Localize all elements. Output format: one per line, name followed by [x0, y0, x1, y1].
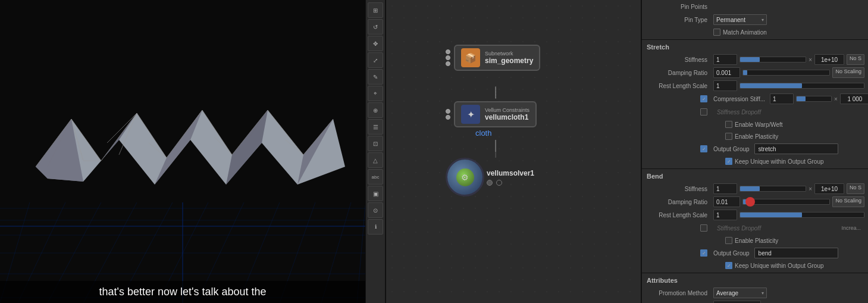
enable-warp-weft-checkbox[interactable]	[725, 121, 732, 128]
node-subnetwork[interactable]: 📦 Subnetwork sim_geometry	[446, 45, 540, 71]
stiffness-label: Stiffness	[645, 57, 711, 63]
bend-stiffness-slider-container	[739, 186, 806, 192]
output-group-stretch-row: ✓ Output Group	[642, 142, 868, 155]
tool-add[interactable]: ⊕	[368, 102, 383, 118]
damping-slider-track[interactable]	[742, 70, 830, 76]
bend-damping-noscale[interactable]: No Scaling	[832, 196, 864, 207]
damping-slider-fill	[743, 70, 747, 75]
pin-type-dropdown[interactable]: Permanent ▾	[713, 14, 767, 25]
promotion-method-label: Promotion Method	[645, 290, 711, 296]
compression-stiff-row: ✓ Compression Stiff... × No S Decre...	[642, 92, 868, 105]
output-group-stretch-checkbox[interactable]: ✓	[700, 145, 707, 152]
bend-stiffness-input[interactable]	[713, 183, 737, 194]
tool-grid[interactable]: ⊞	[368, 2, 383, 18]
tool-compass[interactable]: ⊙	[368, 202, 383, 218]
damping-noscale[interactable]: No Scaling	[832, 67, 864, 78]
subnetwork-name: sim_geometry	[485, 57, 533, 65]
dropdown-arrow-icon: ▾	[762, 17, 764, 23]
enable-plasticity-stretch-checkbox[interactable]	[725, 133, 732, 140]
tool-edit[interactable]: ✎	[368, 69, 383, 85]
match-animation-checkbox[interactable]	[713, 29, 720, 36]
tool-info[interactable]: ℹ	[368, 219, 383, 235]
node-vellumconstraints[interactable]: ✦ Vellum Constraints vellumcloth1 cloth	[446, 101, 537, 138]
damping-slider-container	[742, 70, 830, 76]
tool-scale[interactable]: ⤢	[368, 52, 383, 68]
bend-stiffness-multiply: ×	[809, 186, 812, 192]
bend-stiffness-dropoff-checkbox[interactable]	[700, 224, 707, 232]
tool-rotate[interactable]: ↺	[368, 19, 383, 35]
bend-rest-angle-row: Rest Length Scale	[642, 208, 868, 221]
compression-stiff-input[interactable]	[770, 93, 794, 104]
vellumsolver-name: vellumsolver1	[487, 169, 534, 177]
stiffness-dropoff-checkbox[interactable]	[700, 108, 707, 115]
compression-slider-track[interactable]	[796, 96, 832, 102]
stretch-divider	[642, 39, 868, 40]
bend-damping-slider-track[interactable]	[742, 199, 830, 205]
properties-panel: Pin Points Pin Type Permanent ▾ Match An…	[641, 0, 868, 303]
output-group-bend-row: ✓ Output Group	[642, 246, 868, 260]
output-group-bend-input[interactable]	[754, 248, 838, 258]
compression-stiff-checkbox[interactable]: ✓	[700, 95, 707, 102]
bend-stiffness-noscale[interactable]: No S	[847, 183, 864, 194]
damping-ratio-row: Damping Ratio No Scaling	[642, 66, 868, 79]
bend-stiffness-right-input[interactable]	[814, 183, 844, 194]
keep-unique-bend-checkbox[interactable]: ✓	[725, 262, 732, 269]
vellumconstraints-name: vellumcloth1	[485, 113, 529, 121]
vellumconstraints-type-label: Vellum Constraints	[485, 107, 529, 113]
bend-rest-angle-slider-track[interactable]	[739, 212, 864, 218]
tag-input[interactable]	[713, 301, 761, 303]
output-group-bend-checkbox[interactable]: ✓	[700, 249, 707, 257]
tool-box[interactable]: ⊡	[368, 136, 383, 151]
bend-divider	[642, 168, 868, 169]
bend-damping-input[interactable]	[713, 196, 740, 207]
bend-damping-cursor[interactable]	[745, 197, 755, 207]
enable-plasticity-stretch-row: Enable Plasticity	[642, 130, 868, 142]
promotion-dropdown-arrow-icon: ▾	[762, 290, 764, 296]
bend-rest-angle-input[interactable]	[713, 210, 737, 220]
compression-right-input[interactable]	[840, 93, 868, 104]
stiffness-input[interactable]	[713, 54, 737, 65]
tag-row: Tag	[642, 299, 868, 303]
3d-scene-svg	[0, 0, 365, 303]
rest-length-scale-label: Rest Length Scale	[645, 83, 711, 89]
stiffness-slider-fill	[740, 57, 760, 62]
enable-warp-weft-row: Enable Warp/Weft	[642, 118, 868, 130]
stiffness-dropoff-row: Stiffness Dropoff	[642, 105, 868, 118]
rest-length-slider-track[interactable]	[739, 83, 864, 89]
tool-text[interactable]: abc	[368, 169, 383, 185]
bend-stiffness-slider-track[interactable]	[739, 186, 806, 192]
output-group-stretch-input[interactable]	[754, 143, 838, 154]
rest-length-scale-input[interactable]	[713, 80, 737, 91]
tool-select[interactable]: ☰	[368, 119, 383, 135]
damping-ratio-input[interactable]	[713, 67, 740, 78]
node-vellumsolver[interactable]: ⚙ vellumsolver1	[446, 158, 534, 196]
stretch-section-header: Stretch	[642, 41, 868, 53]
bend-section-header: Bend	[642, 170, 868, 182]
stiffness-multiply: ×	[809, 57, 812, 63]
compression-slider-container	[796, 96, 832, 102]
stiffness-noscale[interactable]: No S	[847, 54, 864, 65]
bend-rest-angle-label: Rest Length Scale	[645, 212, 711, 218]
node-graph: 📦 Subnetwork sim_geometry ✦ Vellum Const…	[386, 0, 641, 303]
tool-image[interactable]: ▣	[368, 186, 383, 201]
port-in-2	[446, 55, 450, 60]
stiffness-slider-track[interactable]	[739, 57, 806, 63]
bend-damping-row: Damping Ratio No Scaling	[642, 195, 868, 208]
bend-stiffness-row: Stiffness × No S	[642, 182, 868, 195]
port-in-b	[446, 115, 450, 120]
stiffness-right-input[interactable]	[814, 54, 844, 65]
promotion-method-row: Promotion Method Average ▾	[642, 286, 868, 299]
bend-rest-angle-slider-container	[739, 212, 864, 218]
tool-pan[interactable]: ✥	[368, 36, 383, 51]
viewport-3d[interactable]: that's better now let's talk about the	[0, 0, 365, 303]
rest-length-slider-fill	[740, 83, 802, 88]
match-animation-label: Match Animation	[723, 29, 767, 36]
tool-triangle[interactable]: △	[368, 152, 383, 168]
stiffness-row: Stiffness × No S	[642, 53, 868, 66]
bend-enable-plasticity-checkbox[interactable]	[725, 237, 732, 244]
keep-unique-stretch-checkbox[interactable]: ✓	[725, 158, 732, 165]
promotion-method-dropdown[interactable]: Average ▾	[713, 288, 767, 298]
bend-damping-slider-container	[742, 199, 830, 205]
tool-snap[interactable]: ⌖	[368, 86, 383, 101]
subtitle: that's better now let's talk about the	[0, 281, 365, 303]
